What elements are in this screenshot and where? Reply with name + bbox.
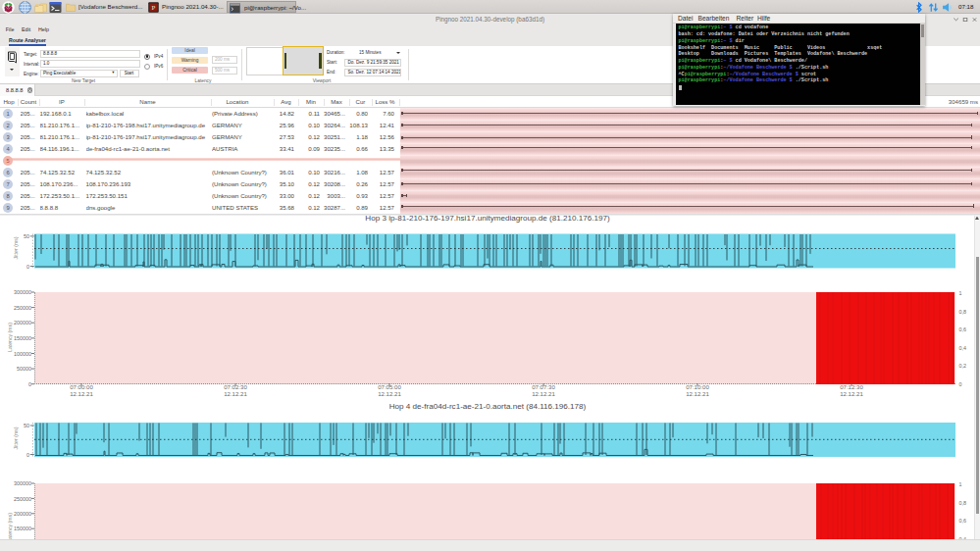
svg-text:P: P [152, 4, 156, 11]
